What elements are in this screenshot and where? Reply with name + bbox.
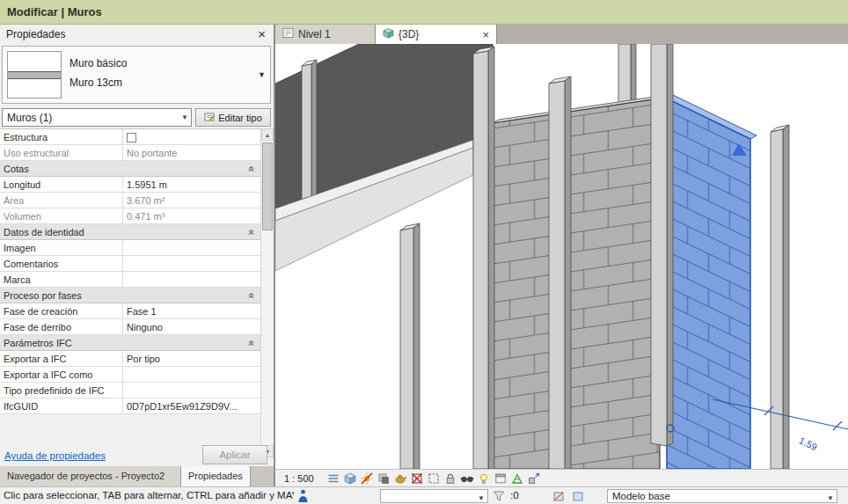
section-label: Parámetros IFC (4, 338, 72, 348)
property-value[interactable] (123, 256, 260, 271)
locked-3d-view-icon[interactable] (442, 471, 458, 486)
displacement-sets-icon[interactable] (526, 471, 542, 486)
collapse-chevron-icon[interactable]: « (246, 340, 259, 346)
design-options-combobox[interactable]: Modelo base ▼ (607, 489, 837, 503)
property-value[interactable]: Ninguno (123, 319, 260, 334)
column-junction[interactable] (651, 44, 673, 446)
crop-view-icon[interactable] (409, 471, 425, 486)
checkbox[interactable] (127, 133, 136, 142)
property-label: Fase de derribo (0, 319, 123, 334)
brick-wall[interactable] (493, 99, 660, 469)
section-label: Cotas (4, 164, 29, 174)
close-view-icon[interactable]: × (482, 28, 489, 41)
property-value[interactable]: Por tipo (123, 351, 260, 366)
section-label: Proceso por fases (4, 290, 82, 301)
chevron-down-icon[interactable]: ▼ (181, 113, 188, 121)
collapse-chevron-icon[interactable]: « (246, 229, 259, 235)
edit-type-button[interactable]: Editar tipo (195, 108, 271, 127)
scroll-up-icon[interactable]: ▲ (261, 128, 274, 141)
properties-panel-header: Propiedades × (0, 25, 274, 44)
section-header[interactable]: Cotas« (0, 161, 260, 177)
close-panel-icon[interactable]: × (258, 26, 266, 41)
show-crop-region-icon[interactable] (426, 471, 442, 486)
worksets-combobox[interactable]: ▼ (380, 489, 488, 503)
panel-tab-bar: Navegador de proyectos - Proyecto2 Propi… (0, 466, 274, 486)
scrollbar-thumb[interactable] (262, 142, 273, 230)
property-row: Comentarios (0, 256, 260, 272)
temporary-hide-isolate-icon[interactable] (459, 471, 475, 486)
property-row: Marca (0, 272, 260, 288)
property-value[interactable]: 0.471 m³ (123, 208, 260, 223)
column-left[interactable] (302, 60, 317, 202)
edit-type-label: Editar tipo (218, 113, 262, 123)
active-only-icon[interactable] (572, 490, 584, 504)
contextual-tab-title[interactable]: Modificar | Muros (7, 5, 102, 18)
apply-button[interactable]: Aplicar (202, 445, 267, 464)
3d-scene: 1.59 (275, 44, 848, 469)
column-center[interactable] (473, 47, 494, 469)
property-row: Área3.670 m² (0, 193, 260, 208)
reveal-hidden-elements-icon[interactable] (476, 471, 492, 486)
shadows-icon[interactable] (376, 471, 391, 486)
view-tab-label: {3D} (398, 28, 419, 40)
detail-level-icon[interactable] (325, 471, 341, 486)
property-label: Uso estructural (0, 145, 123, 160)
sun-path-icon[interactable] (359, 471, 375, 486)
type-selector-dropdown-icon[interactable]: ▼ (258, 70, 266, 79)
visual-style-icon[interactable] (342, 471, 358, 486)
column-mid[interactable] (549, 77, 571, 469)
exclude-options-icon[interactable] (552, 490, 565, 504)
section-header[interactable]: Datos de identidad« (0, 224, 260, 240)
property-value[interactable]: 3.670 m² (123, 193, 260, 208)
plan-view-icon (282, 27, 294, 41)
section-label: Datos de identidad (4, 227, 84, 237)
property-value[interactable] (123, 240, 260, 255)
tab-nivel-1[interactable]: Nivel 1 (275, 25, 376, 44)
view-tab-label: Nivel 1 (298, 28, 331, 40)
property-row: Imagen (0, 240, 260, 256)
selection-filter-combobox[interactable]: Muros (1) ▼ (2, 108, 192, 127)
analytical-model-icon[interactable] (509, 471, 525, 486)
column-floor[interactable] (400, 223, 420, 469)
property-value[interactable] (123, 129, 260, 144)
collapse-chevron-icon[interactable]: « (246, 165, 259, 172)
column-right[interactable] (771, 125, 789, 469)
property-row: Exportar a IFCPor tipo (0, 351, 260, 367)
view-tab-bar: Nivel 1 {3D} × (275, 25, 848, 44)
3d-viewport[interactable]: 1.59 (275, 44, 848, 469)
property-value[interactable]: 1.5951 m (123, 177, 260, 192)
property-label: Longitud (0, 177, 123, 192)
tab-properties[interactable]: Propiedades (181, 466, 251, 486)
property-row: Uso estructuralNo portante (0, 145, 260, 161)
property-grid: EstructuraUso estructuralNo portanteCota… (0, 128, 260, 414)
tab-3d[interactable]: {3D} × (376, 25, 497, 44)
property-row: Tipo predefinido de IFC (0, 383, 260, 398)
rendering-dialog-icon[interactable] (392, 471, 408, 486)
collapse-chevron-icon[interactable]: « (246, 292, 259, 298)
scale-button[interactable]: 1 : 500 (278, 473, 325, 484)
filter-icon[interactable] (493, 490, 505, 504)
section-header[interactable]: Parámetros IFC« (0, 335, 260, 351)
chevron-down-icon[interactable]: ▼ (827, 494, 834, 502)
property-row: Volumen0.471 m³ (0, 208, 260, 224)
press-drag-icon[interactable] (297, 489, 309, 504)
property-row: Fase de derriboNinguno (0, 319, 260, 335)
properties-scrollbar[interactable]: ▲ ▼ (260, 128, 274, 457)
property-value[interactable] (123, 272, 260, 287)
property-value[interactable]: 0D7pD1xr5Ew91Z9D9V... (123, 398, 260, 413)
property-label: Estructura (0, 129, 123, 144)
property-value[interactable] (123, 367, 260, 382)
properties-help-link[interactable]: Ayuda de propiedades (4, 450, 106, 461)
property-label: Marca (0, 272, 123, 287)
chevron-down-icon[interactable]: ▼ (478, 494, 485, 502)
property-value[interactable]: No portante (123, 145, 260, 160)
tab-project-browser[interactable]: Navegador de proyectos - Proyecto2 (0, 466, 181, 486)
type-selector[interactable]: Muro básico Muro 13cm ▼ (2, 46, 271, 104)
property-row: Exportar a IFC como (0, 367, 260, 383)
section-header[interactable]: Proceso por fases« (0, 288, 260, 303)
property-label: Área (0, 193, 123, 208)
property-value[interactable]: Fase 1 (123, 303, 260, 318)
design-option-value: Modelo base (612, 491, 670, 501)
temporary-view-properties-icon[interactable] (493, 471, 508, 486)
property-value[interactable] (123, 383, 260, 398)
